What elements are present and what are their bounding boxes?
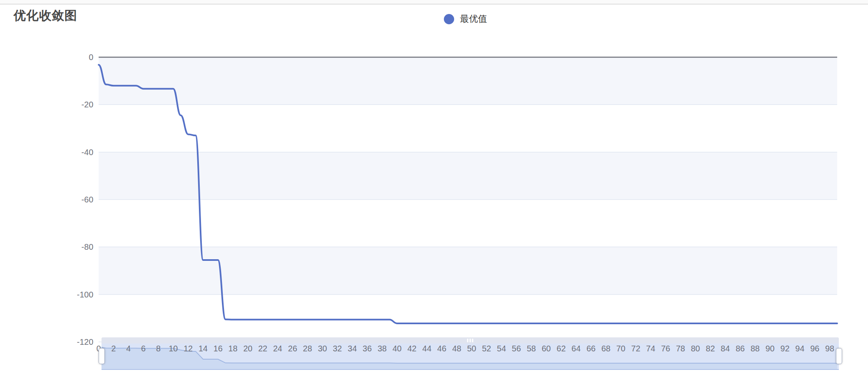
x-axis-tick-label: 22 [258, 344, 267, 353]
x-axis-tick-label: 36 [362, 344, 372, 353]
x-axis-tick-label: 96 [810, 344, 819, 353]
x-axis-tick-label: 68 [601, 344, 610, 353]
x-axis-tick-label: 62 [556, 344, 566, 353]
x-axis-tick-label: 74 [646, 344, 655, 353]
line-chart-plot-area [0, 0, 868, 374]
x-axis-tick-label: 58 [527, 344, 536, 353]
x-axis-tick-label: 56 [512, 344, 521, 353]
split-area-band [99, 57, 837, 105]
x-axis-tick-label: 54 [497, 344, 506, 353]
x-axis-tick-label: 80 [691, 344, 700, 353]
x-axis-tick-label: 70 [616, 344, 625, 353]
x-axis-tick-label: 88 [750, 344, 760, 353]
x-axis-tick-label: 6 [141, 344, 145, 353]
x-axis-tick-label: 10 [169, 344, 178, 353]
x-axis-tick-label: 24 [273, 344, 282, 353]
x-axis-tick-label: 40 [392, 344, 402, 353]
x-axis-tick-label: 44 [422, 344, 432, 353]
x-axis-tick-label: 94 [795, 344, 804, 353]
x-axis-tick-label: 76 [661, 344, 670, 353]
data-zoom-left-handle[interactable] [99, 348, 105, 364]
x-axis-tick-label: 72 [631, 344, 640, 353]
data-zoom-move-handle[interactable] [102, 337, 839, 344]
x-axis-tick-label: 86 [736, 344, 745, 353]
x-axis-tick-label: 46 [437, 344, 446, 353]
x-axis-tick-label: 34 [348, 344, 357, 353]
x-axis-tick-label: 2 [111, 344, 116, 353]
y-axis-tick-label: -80 [0, 242, 93, 252]
y-axis-tick-label: -120 [0, 337, 93, 347]
move-handle-grip-icon [467, 339, 473, 342]
x-axis-tick-label: 8 [156, 344, 161, 353]
y-axis-tick-label: -20 [0, 100, 93, 109]
y-axis-tick-label: -40 [0, 147, 93, 157]
x-axis-tick-label: 52 [482, 344, 491, 353]
x-axis-tick-label: 90 [766, 344, 775, 353]
y-axis-tick-label: 0 [0, 52, 93, 62]
x-axis-tick-label: 32 [333, 344, 342, 353]
data-zoom-right-handle[interactable] [836, 348, 842, 364]
x-axis-tick-label: 4 [126, 344, 131, 353]
page-root: { "header": { "title": "优化收敛图" }, "legen… [0, 0, 868, 374]
x-axis-tick-label: 38 [378, 344, 387, 353]
x-axis-tick-label: 82 [706, 344, 715, 353]
split-area-band [99, 247, 837, 294]
data-zoom-slider[interactable] [102, 337, 839, 369]
y-axis-tick-label: -100 [0, 290, 93, 300]
x-axis-tick-label: 84 [721, 344, 730, 353]
x-axis-tick-label: 64 [572, 344, 581, 353]
x-axis-tick-label: 28 [303, 344, 312, 353]
x-axis-tick-label: 18 [229, 344, 238, 353]
y-axis-tick-label: -60 [0, 195, 93, 204]
x-axis-tick-label: 48 [452, 344, 461, 353]
x-axis-tick-label: 92 [780, 344, 790, 353]
split-area-band [99, 152, 837, 200]
x-axis-tick-label: 42 [407, 344, 416, 353]
x-axis-tick-label: 30 [318, 344, 327, 353]
x-axis-tick-label: 50 [467, 344, 476, 353]
x-axis-tick-label: 78 [676, 344, 685, 353]
x-axis-tick-label: 12 [184, 344, 193, 353]
x-axis-tick-label: 20 [243, 344, 252, 353]
x-axis-tick-label: 14 [199, 344, 208, 353]
x-axis-tick-label: 26 [288, 344, 297, 353]
x-axis-tick-label: 60 [542, 344, 551, 353]
x-axis-tick-label: 66 [586, 344, 596, 353]
x-axis-tick-label: 16 [213, 344, 222, 353]
x-axis-tick-label: 98 [825, 344, 834, 353]
